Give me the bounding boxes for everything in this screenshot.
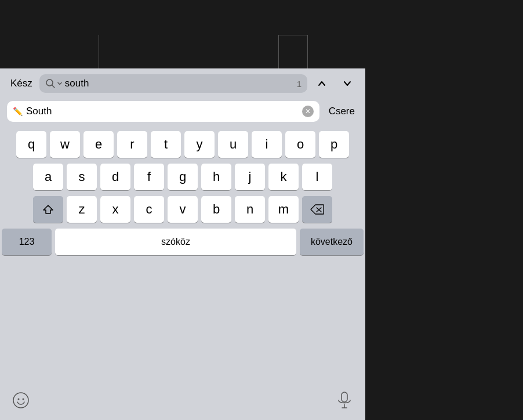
key-o[interactable]: o [285, 131, 315, 158]
key-p[interactable]: p [319, 131, 349, 158]
pencil-icon: ✏️ [13, 107, 23, 116]
key-e[interactable]: e [83, 131, 114, 158]
key-n[interactable]: n [235, 196, 265, 223]
svg-point-6 [23, 399, 24, 400]
bottom-bar [0, 385, 365, 420]
key-g[interactable]: g [168, 164, 198, 190]
next-match-button[interactable] [336, 73, 358, 95]
emoji-button[interactable] [9, 389, 32, 412]
search-text[interactable]: south [65, 78, 292, 89]
key-i[interactable]: i [252, 131, 282, 158]
key-h[interactable]: h [201, 164, 231, 190]
search-container: south 1 [39, 74, 307, 93]
shift-key[interactable] [33, 196, 63, 223]
svg-point-4 [13, 393, 28, 408]
key-z[interactable]: z [67, 196, 97, 223]
keyboard-panel: Kész south 1 [0, 68, 365, 420]
delete-key[interactable] [302, 196, 332, 223]
clear-replace-button[interactable]: ✕ [302, 106, 314, 117]
replace-input-text[interactable]: South [26, 106, 299, 117]
key-l[interactable]: l [302, 164, 332, 190]
csere-button[interactable]: Csere [325, 103, 358, 120]
prev-match-button[interactable] [311, 73, 333, 95]
search-toolbar: Kész south 1 [0, 68, 365, 99]
keyboard-rows: q w e r t y u i o p a s d f g h j k l [0, 126, 365, 385]
key-u[interactable]: u [218, 131, 248, 158]
key-row-3: z x c v b n m [2, 196, 364, 223]
key-r[interactable]: r [117, 131, 147, 158]
key-d[interactable]: d [100, 164, 130, 190]
svg-point-5 [18, 399, 20, 400]
key-m[interactable]: m [268, 196, 299, 223]
key-row-4: 123 szóköz következő [2, 229, 364, 255]
key-b[interactable]: b [201, 196, 231, 223]
key-s[interactable]: s [67, 164, 97, 190]
key-y[interactable]: y [184, 131, 215, 158]
done-button[interactable]: Kész [7, 75, 36, 92]
replace-row: ✏️ South ✕ Csere [0, 99, 365, 126]
numbers-key[interactable]: 123 [2, 229, 52, 255]
key-row-2: a s d f g h j k l [2, 164, 364, 190]
search-icon [45, 78, 56, 89]
key-a[interactable]: a [33, 164, 63, 190]
key-q[interactable]: q [16, 131, 46, 158]
key-w[interactable]: w [50, 131, 80, 158]
key-t[interactable]: t [151, 131, 181, 158]
key-x[interactable]: x [100, 196, 130, 223]
svg-rect-7 [342, 392, 347, 402]
next-key[interactable]: következő [300, 229, 364, 255]
key-c[interactable]: c [134, 196, 164, 223]
mic-button[interactable] [333, 389, 356, 412]
replace-input-wrap: ✏️ South ✕ [7, 101, 319, 122]
key-j[interactable]: j [235, 164, 265, 190]
svg-line-1 [52, 85, 55, 88]
search-icon-wrap [45, 78, 63, 89]
match-count: 1 [297, 79, 302, 89]
chevron-down-small-icon [57, 81, 63, 86]
key-row-1: q w e r t y u i o p [2, 131, 364, 158]
space-key[interactable]: szóköz [55, 229, 296, 255]
key-f[interactable]: f [134, 164, 164, 190]
key-k[interactable]: k [268, 164, 299, 190]
key-v[interactable]: v [168, 196, 198, 223]
